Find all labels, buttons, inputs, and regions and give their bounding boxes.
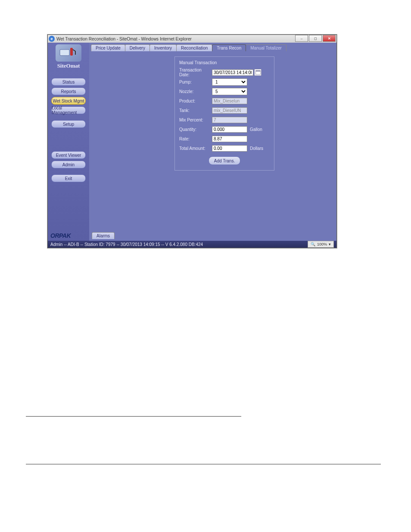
footer-rule-2 [26,464,381,464]
label-tank: Tank: [179,108,212,113]
tab-price-update[interactable]: Price Update [91,44,125,51]
tab-trans-recon[interactable]: Trans Recon [212,44,246,51]
tab-manual-totalizer[interactable]: Manual Totalizer [246,44,286,51]
tank-field [212,107,247,114]
nav-local-management[interactable]: Local Management [51,106,86,114]
svg-rect-0 [60,50,69,56]
tab-alarms[interactable]: Alarms [92,232,115,239]
tab-reconciliation[interactable]: Reconciliation [176,44,212,51]
panel-title: Manual Transaction [179,60,270,65]
label-pump: Pump: [179,80,212,84]
label-product: Product: [179,99,212,103]
transaction-date-input[interactable] [212,69,253,76]
tab-delivery[interactable]: Delivery [125,44,150,51]
label-nozzle: Nozzle: [179,89,212,94]
brand-label: SiteOmat [57,62,80,69]
nav-event-viewer[interactable]: Event Viewer [51,151,86,159]
status-bar: Admin -- ADI-B -- Station ID: 7979 -- 30… [48,241,336,248]
label-transaction-date: Transaction Date: [179,68,212,77]
nozzle-select[interactable]: 5 [212,88,247,95]
nav-status[interactable]: Status [51,78,86,86]
label-rate: Rate: [179,137,212,141]
magnifier-icon: 🔍 [311,242,315,246]
sidebar: SiteOmat Status Reports Wet Stock Mgmt L… [48,43,89,241]
pump-select[interactable]: 1 [212,78,247,86]
chevron-down-icon: ▾ [329,242,331,246]
nav-admin[interactable]: Admin [51,161,86,168]
add-trans-button[interactable]: Add Trans. [209,156,240,165]
label-quantity: Quantity: [179,127,212,132]
nav-wet-stock-mgmt[interactable]: Wet Stock Mgmt [51,97,86,105]
quantity-unit: Gallon [250,127,262,132]
orpak-logo: ORPAK [50,232,71,239]
label-total-amount: Total Amount: [179,146,212,151]
manual-transaction-panel: Manual Transaction Transaction Date: Pum… [174,56,274,171]
product-field [212,98,247,104]
minimize-button[interactable]: – [295,35,308,42]
close-button[interactable]: ✕ [323,35,336,42]
status-text: Admin -- ADI-B -- Station ID: 7979 -- 30… [50,242,203,247]
logo-icon [56,44,81,62]
zoom-value: 100% [317,242,327,246]
label-mix-percent: Mix Percent: [179,118,212,122]
nav-reports[interactable]: Reports [51,87,86,95]
ie-icon: e [49,36,55,42]
total-amount-input[interactable] [212,145,247,152]
tab-bar: Price Update Delivery Inventory Reconcil… [89,44,336,51]
nav-exit[interactable]: Exit [51,174,86,182]
total-unit: Dollars [250,146,263,151]
svg-rect-1 [70,48,73,56]
footer-rule-1 [26,416,241,417]
main-content: Price Update Delivery Inventory Reconcil… [89,43,336,241]
tab-inventory[interactable]: Inventory [149,44,177,51]
window-titlebar: e Wet Transaction Reconciliation - SiteO… [48,35,336,43]
nav-setup[interactable]: Setup [51,120,86,128]
mix-percent-field [212,117,247,123]
quantity-input[interactable] [212,126,247,133]
calendar-icon[interactable] [254,69,262,76]
rate-input[interactable] [212,136,247,142]
maximize-button[interactable]: ◻ [309,35,322,42]
zoom-control[interactable]: 🔍 100% ▾ [308,241,334,248]
svg-rect-3 [255,71,261,72]
window-title: Wet Transaction Reconciliation - SiteOma… [56,37,192,41]
